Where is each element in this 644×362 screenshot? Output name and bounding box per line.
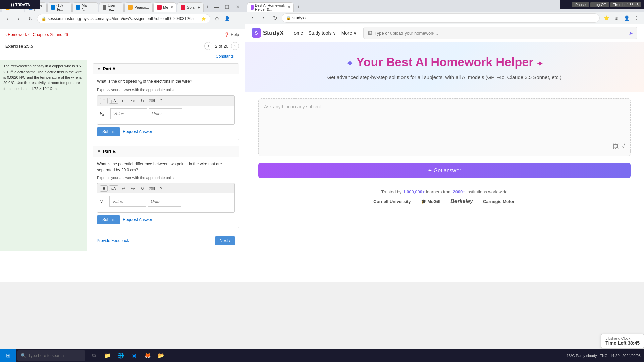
part-b-value-input[interactable]	[109, 196, 146, 207]
part-b-body: What is the potential difference between…	[93, 157, 239, 228]
part-b-collapse-icon: ▼	[97, 149, 101, 154]
search-send-button[interactable]: ➤	[629, 30, 633, 36]
refresh-tool-b[interactable]: ↻	[139, 185, 147, 192]
provide-feedback-link[interactable]: Provide Feedback	[97, 238, 129, 243]
part-b-header[interactable]: ▼ Part B	[93, 146, 239, 157]
taskbar-search[interactable]: 🔍	[17, 350, 85, 361]
matrix-tool-b[interactable]: ⊞	[100, 185, 108, 192]
taskbar-explorer[interactable]: 📁	[101, 350, 113, 362]
redo-tool-b[interactable]: ↪	[129, 185, 137, 192]
part-a-section: ▼ Part A What is the drift speed vd of t…	[93, 63, 239, 140]
right-bookmark-icon[interactable]: ⭐	[602, 13, 611, 23]
ask-box[interactable]: Ask anything in any subject... 🖼 √	[258, 98, 631, 156]
font-tool-b[interactable]: µA	[109, 185, 118, 191]
part-a-value-input[interactable]	[110, 108, 147, 119]
redo-tool-a[interactable]: ↪	[129, 97, 137, 104]
more-icon[interactable]: ⋮	[232, 14, 242, 23]
taskbar-search-input[interactable]	[28, 353, 82, 358]
close-button[interactable]	[233, 2, 243, 12]
get-answer-button[interactable]: ✦ Get answer	[258, 163, 631, 178]
studyx-nav: S StudyX Home Study tools ∨ More ∨ 🖼 ➤	[245, 24, 644, 42]
ask-image-button[interactable]: 🖼	[613, 143, 619, 150]
logoff-button[interactable]: Log Off	[590, 2, 609, 7]
tab-teams[interactable]: (18) Te...	[47, 2, 72, 12]
hero-subtitle: Get advanced step-by-step solutions for …	[265, 73, 624, 81]
right-extension-icon[interactable]: ⊕	[612, 13, 621, 23]
taskbar-chrome[interactable]: 🌐	[115, 350, 127, 362]
part-a-request-answer[interactable]: Request Answer	[123, 129, 152, 134]
bookmark-icon[interactable]: ⊕	[212, 14, 222, 23]
tab-studyx-close[interactable]: ×	[288, 5, 290, 9]
help-tool-b[interactable]: ?	[157, 185, 165, 192]
part-a-collapse-icon: ▼	[97, 67, 101, 71]
add-tab-right-button[interactable]: +	[294, 3, 303, 11]
add-tab-button[interactable]: +	[204, 3, 211, 11]
right-forward-button[interactable]: ›	[259, 13, 268, 23]
tab-pearson[interactable]: Pearso...	[124, 2, 153, 12]
start-button[interactable]: ⊞	[0, 349, 16, 362]
help-tool-a[interactable]: ?	[157, 97, 165, 104]
address-bar-right[interactable]: 🔒 studyx.ai	[282, 13, 600, 23]
forward-button[interactable]: ›	[14, 14, 23, 23]
taskbar: ⊞ 🔍 ⧉ 📁 🌐 ◉ 🦊 📂 13°C Partly cloudy ENG 1…	[0, 349, 644, 362]
keyboard-tool-b[interactable]: ⌨	[148, 185, 156, 192]
right-back-button[interactable]: ‹	[248, 13, 257, 23]
part-a-header[interactable]: ▼ Part A	[93, 64, 239, 74]
studyx-search-input[interactable]	[375, 31, 626, 36]
undo-tool-a[interactable]: ↩	[120, 97, 128, 104]
studyx-search-bar[interactable]: 🖼 ➤	[363, 27, 637, 39]
part-b-units-input[interactable]	[148, 196, 181, 207]
refresh-tool-a[interactable]: ↻	[139, 97, 147, 104]
answer-row-a: vd =	[100, 108, 232, 119]
trdata-logo: ▮▮ TRDATA	[0, 0, 40, 9]
font-tool-a[interactable]: µA	[109, 98, 118, 104]
help-button[interactable]: ❓ Help	[224, 32, 239, 37]
part-b-request-answer[interactable]: Request Answer	[123, 217, 152, 222]
undo-tool-b[interactable]: ↩	[120, 185, 128, 192]
pause-button[interactable]: Pause	[572, 2, 589, 7]
taskbar-files[interactable]: 📂	[155, 350, 167, 362]
prev-page-button[interactable]: ‹	[204, 42, 212, 50]
tab-solar[interactable]: Solar_F	[177, 2, 204, 12]
constants-link[interactable]: Constants	[210, 53, 239, 60]
page-navigation: ‹ 2 of 20 ›	[204, 42, 239, 50]
reload-button[interactable]: ↻	[25, 14, 35, 23]
address-bar-left[interactable]: 🔒 session.masteringphysics.com/myct/item…	[37, 14, 210, 23]
part-a-units-input[interactable]	[149, 108, 182, 119]
system-bar: Pause Log Off Time Left 38:45	[560, 0, 644, 9]
taskbar-task-view[interactable]: ⧉	[88, 350, 100, 362]
profile-icon[interactable]: 👤	[222, 14, 232, 23]
back-link[interactable]: ‹ Homework 6: Chapters 25 and 26	[5, 32, 68, 37]
answer-toolbar-a: ⊞ µA ↩ ↪ ↻ ⌨ ?	[97, 95, 235, 106]
trusted-after: institutions worldwide	[467, 189, 508, 194]
ask-textarea-area[interactable]	[264, 109, 625, 136]
tab-mail[interactable]: Mail - N...	[72, 2, 98, 12]
part-b-section: ▼ Part B What is the potential differenc…	[93, 146, 239, 228]
tab-me-close[interactable]: ×	[171, 5, 173, 9]
matrix-tool-a[interactable]: ⊞	[100, 98, 108, 104]
right-more-icon[interactable]: ⋮	[632, 13, 641, 23]
part-a-instruction: Express your answer with the appropriate…	[97, 88, 235, 92]
minimize-button[interactable]	[212, 2, 221, 12]
taskbar-firefox[interactable]: 🦊	[142, 350, 154, 362]
taskbar-edge[interactable]: ◉	[128, 350, 140, 362]
keyboard-tool-a[interactable]: ⌨	[148, 97, 156, 104]
maximize-button[interactable]	[222, 2, 232, 12]
right-profile-icon[interactable]: 👤	[622, 13, 631, 23]
next-page-button[interactable]: ›	[231, 42, 239, 50]
help-icon: ❓	[224, 32, 229, 37]
nav-home[interactable]: Home	[290, 29, 303, 37]
part-a-submit-button[interactable]: Submit	[97, 127, 120, 136]
nav-study-tools[interactable]: Study tools ∨	[308, 30, 336, 36]
trusted-section: Trusted by 1,000,000+ learners from 2000…	[245, 184, 644, 210]
part-b-submit-button[interactable]: Submit	[97, 215, 120, 224]
tab-me[interactable]: Me ×	[153, 2, 176, 12]
taskbar-time: 14:29	[610, 354, 620, 358]
next-button[interactable]: Next ›	[215, 236, 235, 245]
back-button[interactable]: ‹	[3, 14, 12, 23]
ask-formula-button[interactable]: √	[622, 143, 625, 150]
tab-studyx[interactable]: Best AI Homework Helper &... ×	[247, 2, 294, 12]
right-reload-button[interactable]: ↻	[270, 13, 280, 23]
nav-more[interactable]: More ∨	[341, 30, 357, 36]
tab-user[interactable]: User re...	[99, 2, 124, 12]
